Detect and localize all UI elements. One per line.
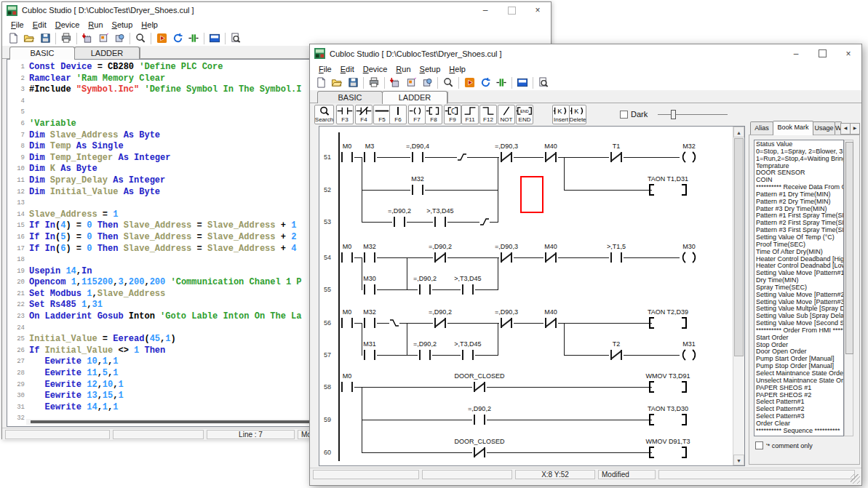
no-contact[interactable] <box>340 381 354 393</box>
menu-file[interactable]: File <box>314 64 336 74</box>
function-block[interactable] <box>649 414 654 425</box>
rising-edge-symbol[interactable] <box>457 151 467 163</box>
run-button[interactable] <box>154 31 170 45</box>
function-block-button[interactable]: F8 <box>425 105 442 124</box>
no-contact[interactable] <box>340 252 354 263</box>
tab-basic[interactable]: BASIC <box>9 47 75 60</box>
menu-edit[interactable]: Edit <box>336 64 359 74</box>
no-contact[interactable] <box>418 284 432 295</box>
nc-contact[interactable] <box>499 151 514 163</box>
title-bar[interactable]: Cubloc Studio [ D:\CublocTest\Dryer_Shoe… <box>2 2 551 19</box>
find-button[interactable] <box>132 31 148 45</box>
tab-alias[interactable]: Alias <box>750 121 773 135</box>
reset-button[interactable] <box>477 76 493 89</box>
menu-setup[interactable]: Setup <box>415 64 445 74</box>
no-contact[interactable] <box>340 151 354 163</box>
maximize-button[interactable] <box>809 44 835 63</box>
output-coil[interactable] <box>680 349 698 361</box>
tab-scroll-left-icon[interactable]: ◀ <box>840 123 851 135</box>
vertical-line-button[interactable]: F6 <box>389 105 407 124</box>
function-block[interactable] <box>682 184 687 196</box>
menu-setup[interactable]: Setup <box>108 20 138 30</box>
function-block[interactable] <box>682 414 687 425</box>
list-item[interactable]: ********** Sequence ********** <box>756 428 843 435</box>
open-file-button[interactable] <box>21 31 37 45</box>
print-button[interactable] <box>58 31 74 45</box>
no-contact[interactable] <box>362 252 377 263</box>
function-block[interactable] <box>649 317 654 329</box>
no-contact[interactable] <box>362 284 377 295</box>
function-block[interactable] <box>682 381 687 393</box>
search-button[interactable]: Search <box>314 105 334 124</box>
rising-edge-symbol[interactable] <box>479 216 490 228</box>
scrollbar-thumb[interactable] <box>845 142 853 354</box>
contact-normally-open-button[interactable]: F3 <box>336 105 354 124</box>
menu-edit[interactable]: Edit <box>28 20 51 30</box>
verify-rom-button[interactable] <box>111 31 127 45</box>
no-contact[interactable] <box>609 252 624 263</box>
not-button[interactable]: NOT <box>498 105 515 124</box>
nc-contact[interactable] <box>609 151 624 163</box>
minimize-button[interactable]: – <box>783 44 809 63</box>
comment-only-checkbox[interactable]: '* comment only <box>755 441 813 449</box>
tab-book-mark[interactable]: Book Mark <box>773 121 813 135</box>
menu-help[interactable]: Help <box>137 20 162 30</box>
io-status-button[interactable] <box>186 31 202 45</box>
menu-help[interactable]: Help <box>445 64 470 74</box>
function-block[interactable] <box>682 317 687 329</box>
no-contact[interactable] <box>461 284 475 295</box>
zoom-slider[interactable] <box>658 108 728 120</box>
vertical-scrollbar[interactable]: ▲ ▼ <box>733 127 744 465</box>
nc-contact[interactable] <box>433 317 447 329</box>
function-block[interactable] <box>649 184 654 196</box>
find-button[interactable] <box>440 76 456 89</box>
end-button[interactable]: ENDEND <box>516 105 533 124</box>
monitor-button[interactable] <box>207 31 223 45</box>
scroll-up-icon[interactable]: ▲ <box>733 127 744 137</box>
coil-button[interactable]: F7 <box>408 105 426 124</box>
custom-block-button[interactable]: CF9 <box>444 105 461 124</box>
contact-normally-closed-button[interactable]: F4 <box>355 105 373 124</box>
falling-edge-button[interactable]: F12 <box>479 105 497 124</box>
ladder-canvas[interactable]: 51525354555657585960M0M3=,D90,4=,D90,3M4… <box>319 127 733 465</box>
no-contact[interactable] <box>461 349 475 361</box>
nc-contact[interactable] <box>433 252 447 263</box>
io-status-button[interactable] <box>493 76 509 89</box>
function-block[interactable] <box>649 447 654 458</box>
write-rom-button[interactable] <box>95 31 111 45</box>
rising-edge-button[interactable]: F11 <box>461 105 479 124</box>
menu-device[interactable]: Device <box>51 20 84 30</box>
download-to-plc-button[interactable] <box>79 31 95 45</box>
debug-view-button[interactable] <box>535 76 552 89</box>
reset-button[interactable] <box>170 31 186 45</box>
delete-cell-button[interactable]: KDelete <box>569 105 586 124</box>
menu-file[interactable]: File <box>7 20 28 30</box>
print-button[interactable] <box>366 76 382 89</box>
write-rom-button[interactable] <box>403 76 419 89</box>
ladder-editor[interactable]: 51525354555657585960M0M3=,D90,4=,D90,3M4… <box>319 126 745 466</box>
no-contact[interactable] <box>410 151 425 163</box>
tab-ladder[interactable]: LADDER <box>74 47 140 59</box>
tab-usage[interactable]: Usage <box>813 121 835 135</box>
nc-contact[interactable] <box>472 381 487 393</box>
no-contact[interactable] <box>472 414 487 425</box>
insert-cell-button[interactable]: KInsert <box>552 105 570 124</box>
debug-view-button[interactable] <box>228 31 244 45</box>
new-file-button[interactable] <box>5 31 21 45</box>
nc-contact[interactable] <box>609 349 624 361</box>
output-coil[interactable] <box>680 151 698 163</box>
download-to-plc-button[interactable] <box>387 76 403 89</box>
open-file-button[interactable] <box>329 76 345 89</box>
no-contact[interactable] <box>340 317 354 329</box>
save-file-button[interactable] <box>345 76 361 89</box>
no-contact[interactable] <box>362 151 377 163</box>
save-file-button[interactable] <box>37 31 53 45</box>
maximize-button[interactable] <box>498 2 525 18</box>
list-scrollbar[interactable] <box>844 140 853 436</box>
nc-contact[interactable] <box>544 317 558 329</box>
tab-basic[interactable]: BASIC <box>317 91 383 103</box>
slider-thumb[interactable] <box>671 110 676 119</box>
close-button[interactable]: × <box>525 2 551 18</box>
function-block[interactable] <box>649 381 654 393</box>
tab-scroll-right-icon[interactable]: ▶ <box>850 123 860 135</box>
